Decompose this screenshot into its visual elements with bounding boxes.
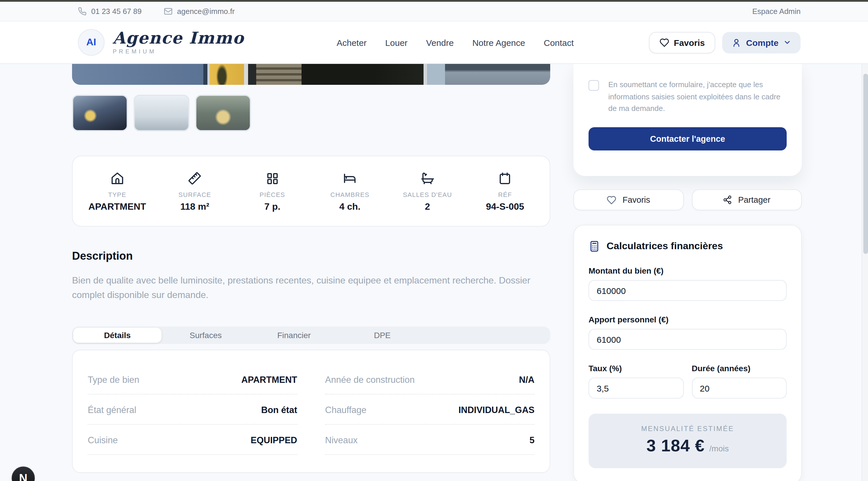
property-actions: Favoris Partager <box>574 189 802 210</box>
stat-type: TYPE APARTMENT <box>79 171 156 212</box>
topbar-email-address: agence@immo.fr <box>177 7 235 16</box>
detail-row: Année de construction N/A <box>325 364 534 394</box>
detail-row: Niveaux 5 <box>325 425 534 455</box>
header-favorites-label: Favoris <box>674 37 705 47</box>
description-text: Bien de qualite avec belle luminosite, p… <box>72 273 549 302</box>
mail-icon <box>164 7 173 16</box>
sidebar: En soumettant ce formulaire, j'accepte q… <box>574 64 802 481</box>
description-title: Description <box>72 250 550 263</box>
hero-stairs-segment <box>256 64 302 85</box>
tab-dpe[interactable]: DPE <box>338 328 427 343</box>
photo-thumbnail-2[interactable] <box>134 95 189 131</box>
calculator-icon <box>589 241 600 252</box>
photo-thumbnail-1[interactable] <box>72 95 128 131</box>
main-content: TYPE APARTMENT SURFACE 118 m² PIÈCES 7 p… <box>0 64 868 481</box>
share-icon <box>723 195 732 204</box>
property-hero-photo[interactable] <box>72 64 550 85</box>
scrollbar-thumb[interactable] <box>863 74 868 254</box>
nav-item-acheter[interactable]: Acheter <box>337 37 367 47</box>
favorites-button[interactable]: Favoris <box>574 189 684 210</box>
consent-row: En soumettant ce formulaire, j'accepte q… <box>589 79 787 115</box>
monthly-payment-value: 3 184 € <box>646 436 705 455</box>
stat-bedrooms: CHAMBRES 4 ch. <box>311 171 389 212</box>
bath-icon <box>421 171 435 185</box>
account-label: Compte <box>746 37 778 47</box>
property-stats-card: TYPE APARTMENT SURFACE 118 m² PIÈCES 7 p… <box>72 156 550 227</box>
chevron-down-icon <box>783 38 791 46</box>
topbar-phone[interactable]: 01 23 45 67 89 <box>78 7 142 16</box>
share-button[interactable]: Partager <box>692 189 802 210</box>
ruler-icon <box>188 171 202 185</box>
hero-street-segment <box>445 64 550 85</box>
bed-icon <box>342 171 358 185</box>
hero-yellow-segment <box>210 64 244 85</box>
consent-text: En soumettant ce formulaire, j'accepte q… <box>608 79 787 115</box>
admin-area-link[interactable]: Espace Admin <box>752 7 801 16</box>
logo-tagline: PREMIUM <box>113 48 244 55</box>
result-label: MENSUALITÉ ESTIMÉE <box>594 425 781 433</box>
down-payment-input[interactable] <box>589 329 787 350</box>
header-actions: Favoris Compte <box>649 32 801 53</box>
contact-agency-button[interactable]: Contacter l'agence <box>589 127 787 150</box>
down-payment-label: Apport personnel (€) <box>589 315 787 324</box>
topbar-phone-number: 01 23 45 67 89 <box>91 7 142 16</box>
nav-item-louer[interactable]: Louer <box>385 37 408 47</box>
heart-icon <box>607 195 617 205</box>
logo-avatar: AI <box>78 29 104 56</box>
header-favorites-button[interactable]: Favoris <box>649 32 715 53</box>
stat-rooms: PIÈCES 7 p. <box>234 171 311 212</box>
house-icon <box>111 171 124 185</box>
property-tabs: Détails Surfaces Financier DPE <box>72 326 550 344</box>
duration-input[interactable] <box>692 378 787 398</box>
nav-item-contact[interactable]: Contact <box>544 37 574 47</box>
logo[interactable]: AI Agence Immo PREMIUM <box>78 29 244 56</box>
hero-dark-segment <box>302 64 424 85</box>
detail-row: Cuisine EQUIPPED <box>88 425 297 455</box>
heart-icon <box>659 37 669 47</box>
nav-item-notre-agence[interactable]: Notre Agence <box>472 37 525 47</box>
rate-input[interactable] <box>589 378 684 398</box>
user-icon <box>732 37 741 47</box>
stat-bathrooms: SALLES D'EAU 2 <box>389 171 466 212</box>
page-scrollbar <box>862 22 868 481</box>
phone-icon <box>78 7 87 16</box>
tab-details[interactable]: Détails <box>73 328 161 343</box>
consent-checkbox[interactable] <box>589 80 599 91</box>
details-card: Type de bien APARTMENT État général Bon … <box>72 350 550 473</box>
main-nav: Acheter Louer Vendre Notre Agence Contac… <box>319 37 574 47</box>
property-column: TYPE APARTMENT SURFACE 118 m² PIÈCES 7 p… <box>72 64 550 481</box>
tab-financier[interactable]: Financier <box>250 328 338 343</box>
monthly-payment-result: MENSUALITÉ ESTIMÉE 3 184 € /mois <box>589 414 787 468</box>
share-label: Partager <box>738 195 770 204</box>
photo-thumbnail-3[interactable] <box>195 95 251 131</box>
topbar-email[interactable]: agence@immo.fr <box>164 7 235 16</box>
details-column-right: Année de construction N/A Chauffage INDI… <box>325 364 534 455</box>
page: 01 23 45 67 89 agence@immo.fr Espace Adm… <box>0 0 868 481</box>
amount-input[interactable] <box>589 280 787 301</box>
tab-surfaces[interactable]: Surfaces <box>161 328 250 343</box>
detail-row: Chauffage INDIVIDUAL_GAS <box>325 394 534 425</box>
stat-surface: SURFACE 118 m² <box>156 171 234 212</box>
duration-field: Durée (années) <box>692 350 787 398</box>
detail-row: Type de bien APARTMENT <box>88 364 297 394</box>
calculator-title-row: Calculatrices financières <box>589 241 787 252</box>
rate-duration-row: Taux (%) Durée (années) <box>589 350 787 398</box>
topbar: 01 23 45 67 89 agence@immo.fr Espace Adm… <box>0 2 868 22</box>
logo-name: Agence Immo <box>113 30 244 46</box>
nav-item-vendre[interactable]: Vendre <box>426 37 454 47</box>
amount-label: Montant du bien (€) <box>589 266 787 275</box>
detail-row: État général Bon état <box>88 394 297 425</box>
favorites-label: Favoris <box>623 195 650 204</box>
site-header: AI Agence Immo PREMIUM Acheter Louer Ven… <box>0 22 868 64</box>
contact-form-card: En soumettant ce formulaire, j'accepte q… <box>574 64 802 176</box>
details-column-left: Type de bien APARTMENT État général Bon … <box>88 364 297 455</box>
grid-icon <box>266 171 279 185</box>
duration-label: Durée (années) <box>692 364 787 373</box>
stat-reference: RÉF 94-S-005 <box>466 171 544 212</box>
account-button[interactable]: Compte <box>722 32 801 53</box>
rate-label: Taux (%) <box>589 364 684 373</box>
photo-thumbnails <box>72 95 550 131</box>
hero-wall-segment <box>72 64 204 85</box>
calendar-icon <box>498 171 512 185</box>
financial-calculator-card: Calculatrices financières Montant du bie… <box>574 225 802 481</box>
